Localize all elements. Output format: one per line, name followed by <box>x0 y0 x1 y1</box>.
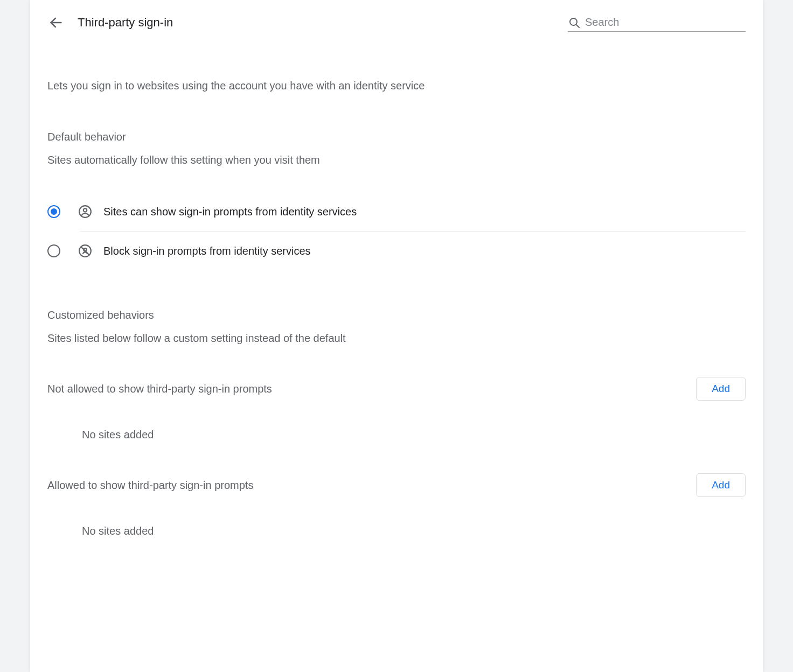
default-behavior-title: Default behavior <box>47 131 746 143</box>
allowed-empty: No sites added <box>82 525 746 537</box>
svg-line-2 <box>576 24 579 27</box>
radio-button[interactable] <box>47 205 60 218</box>
block-person-icon <box>78 243 93 258</box>
back-button[interactable] <box>43 10 69 36</box>
settings-panel: Third-party sign-in Lets you sign in to … <box>30 0 763 672</box>
search-field[interactable] <box>568 14 746 32</box>
svg-point-4 <box>84 208 87 212</box>
radio-option-block[interactable]: Block sign-in prompts from identity serv… <box>47 232 746 270</box>
default-behavior-radio-group: Sites can show sign-in prompts from iden… <box>47 192 746 270</box>
add-allowed-button[interactable]: Add <box>696 473 746 497</box>
page-title: Third-party sign-in <box>78 16 173 30</box>
search-icon <box>568 16 581 29</box>
search-input[interactable] <box>585 16 746 29</box>
radio-button[interactable] <box>47 244 60 257</box>
radio-label: Block sign-in prompts from identity serv… <box>103 245 311 257</box>
not-allowed-empty: No sites added <box>82 429 746 441</box>
radio-option-allow[interactable]: Sites can show sign-in prompts from iden… <box>47 192 746 231</box>
page-description: Lets you sign in to websites using the a… <box>47 80 746 92</box>
customized-behaviors-subtitle: Sites listed below follow a custom setti… <box>47 332 746 345</box>
allowed-list-header: Allowed to show third-party sign-in prom… <box>47 473 746 497</box>
arrow-left-icon <box>48 15 64 30</box>
not-allowed-list-header: Not allowed to show third-party sign-in … <box>47 377 746 401</box>
content: Lets you sign in to websites using the a… <box>30 80 763 537</box>
person-circle-icon <box>78 204 93 219</box>
header: Third-party sign-in <box>30 0 763 45</box>
add-not-allowed-button[interactable]: Add <box>696 377 746 401</box>
not-allowed-label: Not allowed to show third-party sign-in … <box>47 383 696 395</box>
radio-label: Sites can show sign-in prompts from iden… <box>103 206 357 218</box>
customized-behaviors-title: Customized behaviors <box>47 309 746 321</box>
allowed-label: Allowed to show third-party sign-in prom… <box>47 479 696 492</box>
default-behavior-subtitle: Sites automatically follow this setting … <box>47 154 746 166</box>
